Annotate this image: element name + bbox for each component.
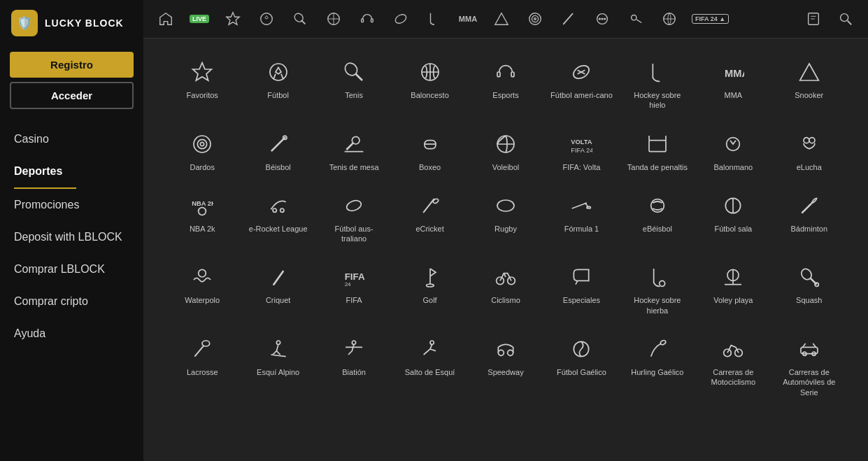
futbol-aus-label: Fútbol aus-traliano bbox=[322, 224, 385, 244]
sidebar-item-comprar-cripto[interactable]: Comprar cripto bbox=[0, 285, 143, 318]
sport-item-fifa[interactable]: FIFA24FIFA bbox=[316, 257, 392, 322]
sport-item-e-rocket[interactable]: e-Rocket League bbox=[240, 186, 315, 251]
sport-item-esqui-alpino[interactable]: Esquí Alpino bbox=[240, 329, 315, 404]
sport-item-tenis-mesa[interactable]: Tenis de mesa bbox=[316, 125, 392, 179]
carreras-moto-label: Carreras de Motociclismo bbox=[702, 367, 764, 388]
futbol-gaelico-label: Fútbol Gaélico bbox=[557, 367, 606, 377]
sport-item-voleibol[interactable]: Voleibol bbox=[468, 125, 543, 179]
sidebar-item-deportes[interactable]: Deportes bbox=[14, 155, 76, 189]
boxeo-icon bbox=[418, 132, 443, 157]
sport-item-hockey-hielo[interactable]: Hockey sobre hielo bbox=[620, 52, 695, 118]
svg-line-28 bbox=[273, 74, 276, 79]
sport-item-nba2k[interactable]: NBA 2KNBA 2k bbox=[164, 186, 240, 251]
svg-rect-54 bbox=[649, 140, 666, 151]
sport-item-ciclismo[interactable]: Ciclismo bbox=[468, 257, 543, 322]
sport-item-hockey-hierba[interactable]: Hockey sobre hierba bbox=[620, 257, 695, 322]
dardos-icon bbox=[190, 132, 215, 157]
sport-item-golf[interactable]: Golf bbox=[392, 257, 467, 322]
sport-item-tenis[interactable]: Tenis bbox=[316, 52, 392, 118]
sport-item-carreras-auto[interactable]: Carreras de Automóviles de Serie bbox=[771, 329, 847, 404]
salto-esqui-label: Salto de Esquí bbox=[405, 367, 455, 377]
topnav-right-actions bbox=[802, 11, 857, 27]
balonmano-icon bbox=[720, 132, 746, 157]
sport-item-futbol-gaelico[interactable]: Fútbol Gaélico bbox=[543, 329, 619, 404]
sidebar-item-promociones[interactable]: Promociones bbox=[0, 189, 143, 221]
ebeisbol-label: eBéisbol bbox=[643, 224, 672, 234]
topnav-globe[interactable] bbox=[658, 11, 681, 27]
topnav-chat[interactable] bbox=[591, 11, 613, 27]
fifa-volta-label: FIFA: Volta bbox=[563, 162, 601, 172]
sidebar-item-comprar-lblock[interactable]: Comprar LBLOCK bbox=[0, 253, 143, 285]
sport-item-mma[interactable]: MMAMMA bbox=[695, 52, 771, 118]
sport-item-dardos[interactable]: Dardos bbox=[164, 125, 240, 179]
topnav-baseball[interactable] bbox=[557, 11, 580, 27]
svg-line-44 bbox=[271, 137, 285, 150]
topnav-hockey[interactable] bbox=[423, 11, 446, 27]
svg-point-58 bbox=[804, 137, 809, 143]
sport-item-especiales[interactable]: Especiales bbox=[543, 257, 619, 322]
hockey-hierba-icon bbox=[645, 264, 670, 290]
topnav-soccer[interactable] bbox=[255, 11, 278, 27]
sport-item-biatlon[interactable]: Biatión bbox=[316, 329, 392, 404]
sport-item-speedway[interactable]: Speedway bbox=[468, 329, 543, 404]
sport-item-hurling-gaelico[interactable]: Hurling Gaélico bbox=[620, 329, 695, 404]
voley-playa-icon bbox=[720, 264, 746, 290]
sport-item-balonmano[interactable]: Balonmano bbox=[695, 125, 771, 179]
topnav-tennis[interactable] bbox=[289, 11, 311, 27]
squash-label: Squash bbox=[796, 295, 822, 305]
sport-item-favoritos[interactable]: Favoritos bbox=[164, 52, 240, 118]
sport-item-futbol-americano[interactable]: Fútbol ameri-cano bbox=[543, 52, 619, 118]
sport-item-futbol-sala[interactable]: Fútbol sala bbox=[695, 186, 771, 251]
topnav-fifa[interactable]: FIFA 24 ▲ bbox=[692, 14, 729, 24]
sport-item-snooker[interactable]: Snooker bbox=[771, 52, 847, 118]
sport-item-ecricket[interactable]: eCricket bbox=[392, 186, 467, 251]
sport-item-tanda-penaltis[interactable]: Tanda de penaltis bbox=[620, 125, 695, 179]
sport-item-salto-esqui[interactable]: Salto de Esquí bbox=[392, 329, 467, 404]
sport-item-boxeo[interactable]: Boxeo bbox=[392, 125, 467, 179]
svg-point-16 bbox=[602, 18, 603, 20]
sport-item-fifa-volta[interactable]: VOLTAFIFA 24FIFA: Volta bbox=[543, 125, 619, 179]
nba2k-icon: NBA 2K bbox=[190, 193, 215, 218]
voleibol-label: Voleibol bbox=[492, 162, 520, 172]
sport-item-ebeisbol[interactable]: eBéisbol bbox=[620, 186, 695, 251]
topnav-home[interactable] bbox=[155, 11, 177, 27]
sport-item-waterpolo[interactable]: Waterpolo bbox=[164, 257, 240, 322]
topnav-target[interactable] bbox=[524, 11, 546, 27]
topnav-esports[interactable] bbox=[356, 11, 378, 27]
sport-item-futbol[interactable]: Fútbol bbox=[240, 52, 315, 118]
sidebar-item-deposit[interactable]: Deposit with LBLOCK bbox=[0, 221, 143, 253]
sidebar-item-casino[interactable]: Casino bbox=[0, 123, 143, 155]
svg-point-94 bbox=[276, 341, 280, 344]
svg-line-83 bbox=[576, 281, 578, 285]
esqui-alpino-label: Esquí Alpino bbox=[257, 367, 299, 377]
topnav-football[interactable] bbox=[390, 11, 412, 27]
sport-item-squash[interactable]: Squash bbox=[771, 257, 847, 322]
svg-point-7 bbox=[394, 13, 408, 25]
topnav-mma[interactable]: MMA bbox=[457, 15, 479, 23]
sport-item-beisbol[interactable]: Béisbol bbox=[240, 125, 315, 179]
sidebar-item-ayuda[interactable]: Ayuda bbox=[0, 318, 143, 350]
topnav-racing[interactable] bbox=[490, 11, 513, 27]
sport-item-esports[interactable]: Esports bbox=[468, 52, 543, 118]
sport-item-lacrosse[interactable]: Lacrosse bbox=[164, 329, 240, 404]
sport-item-formula1[interactable]: Fórmula 1 bbox=[543, 186, 619, 251]
registro-button[interactable]: Registro bbox=[10, 52, 134, 78]
sport-item-badminton[interactable]: Bádminton bbox=[771, 186, 847, 251]
futbol-aus-icon bbox=[341, 193, 367, 218]
svg-point-100 bbox=[508, 350, 513, 355]
topnav-live[interactable]: LIVE bbox=[188, 15, 211, 23]
topnav-search[interactable] bbox=[834, 11, 857, 27]
topnav-key[interactable] bbox=[625, 11, 647, 27]
badminton-icon bbox=[797, 193, 822, 218]
sport-item-voley-playa[interactable]: Voley playa bbox=[695, 257, 771, 322]
sport-item-elucha[interactable]: eLucha bbox=[771, 125, 847, 179]
acceder-button[interactable]: Acceder bbox=[10, 82, 134, 109]
topnav-betslip[interactable] bbox=[802, 11, 825, 27]
sport-item-criquet[interactable]: Criquet bbox=[240, 257, 315, 322]
topnav-favorites[interactable] bbox=[222, 11, 244, 27]
sport-item-rugby[interactable]: Rugby bbox=[468, 186, 543, 251]
sport-item-baloncesto[interactable]: Baloncesto bbox=[392, 52, 467, 118]
topnav-basketball[interactable] bbox=[322, 11, 345, 27]
sport-item-futbol-aus[interactable]: Fútbol aus-traliano bbox=[316, 186, 392, 251]
sport-item-carreras-moto[interactable]: Carreras de Motociclismo bbox=[695, 329, 771, 404]
